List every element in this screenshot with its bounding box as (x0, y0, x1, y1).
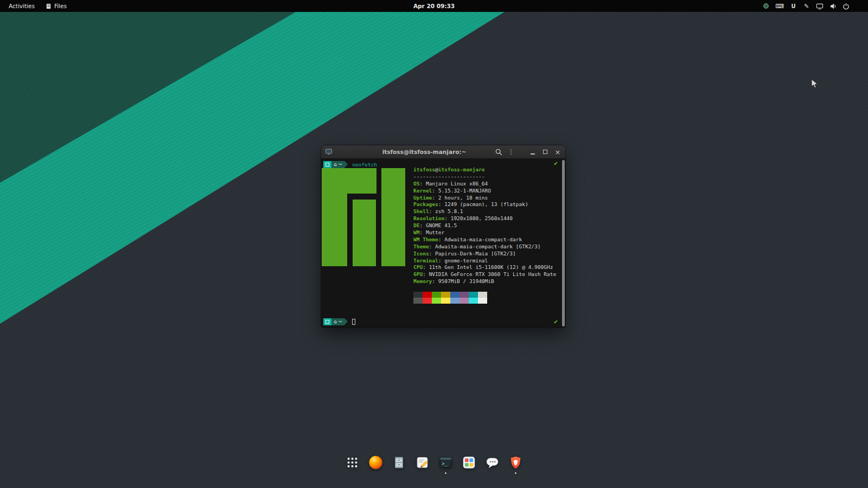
maximize-button[interactable] (541, 147, 549, 156)
input-pen-icon[interactable]: ✎ (803, 2, 810, 10)
terminal-window: itsfoss@itsfoss-manjaro:~ ⋮ × ⌂ ~ neofet… (321, 145, 565, 328)
manjaro-logo-top-bar (322, 168, 376, 194)
software-center-icon (462, 455, 477, 470)
palette-block (469, 298, 478, 304)
close-button[interactable]: × (554, 147, 561, 156)
neofetch-separator: ----------------------- (413, 174, 556, 181)
firefox-icon (368, 455, 384, 470)
app-grid-icon (346, 455, 360, 470)
command-text: neofetch (352, 162, 377, 168)
kebab-icon: ⋮ (508, 148, 514, 156)
palette-block (478, 292, 487, 298)
neofetch-field: Kernel: 5.15.32-1-MANJARO (413, 188, 556, 195)
dock: >_ (344, 454, 524, 471)
window-title: itsfoss@itsfoss-manjaro:~ (354, 149, 495, 155)
neofetch-field: Shell: zsh 5.8.1 (413, 208, 556, 215)
power-icon[interactable] (843, 2, 850, 10)
exit-status-check-icon: ✔ (554, 319, 558, 325)
terminal-titlebar[interactable]: itsfoss@itsfoss-manjaro:~ ⋮ × (321, 145, 565, 159)
manjaro-logo-middle-bar (353, 200, 376, 266)
palette-block (469, 292, 478, 298)
minimize-icon (531, 153, 535, 155)
palette-block (413, 298, 423, 304)
neofetch-field: Uptime: 2 hours, 18 mins (413, 195, 556, 202)
powerline-arrow-icon (344, 318, 348, 325)
neofetch-field: WM: Mutter (413, 229, 556, 236)
neofetch-field: Theme: Adwaita-maia-compact-dark [GTK2/3… (413, 243, 556, 251)
neofetch-field: Memory: 9507MiB / 31940MiB (413, 278, 556, 285)
top-bar: Activities Files Apr 20 09:33 ⌨ U ✎ (0, 0, 868, 12)
neofetch-field: Icons: Papirus-Dark-Maia [GTK2/3] (413, 251, 556, 258)
dock-item-software-center[interactable] (461, 454, 477, 471)
app-menu-label: Files (54, 3, 67, 9)
screen: Activities Files Apr 20 09:33 ⌨ U ✎ (0, 0, 868, 488)
activities-button[interactable]: Activities (4, 2, 39, 10)
minimize-button[interactable] (529, 147, 537, 156)
app-menu-button[interactable]: Files (41, 2, 71, 10)
files-app-icon (46, 3, 52, 9)
neofetch-palette (413, 292, 487, 304)
terminal-icon: >_ (438, 455, 454, 470)
palette-block (432, 292, 441, 298)
file-cabinet-icon (392, 455, 407, 470)
palette-block (450, 292, 459, 298)
close-icon: × (555, 148, 561, 156)
dock-item-terminal[interactable]: >_ (438, 454, 454, 471)
display-icon[interactable] (816, 2, 824, 10)
dock-item-show-applications[interactable] (344, 454, 361, 471)
neofetch-field: DE: GNOME 41.5 (413, 222, 556, 229)
dock-item-text-editor[interactable] (414, 454, 431, 471)
brave-icon (508, 455, 524, 470)
activities-label: Activities (9, 3, 35, 9)
prompt-line: ⌂ ~ neofetch (323, 160, 377, 168)
palette-block (459, 292, 469, 298)
palette-block (478, 298, 487, 304)
keyboard-icon[interactable]: ⌨ (775, 2, 784, 10)
neofetch-field: CPU: 11th Gen Intel i5-11600K (12) @ 4.9… (413, 264, 556, 271)
maximize-icon (543, 150, 547, 154)
palette-block (413, 292, 423, 298)
terminal-content[interactable]: ⌂ ~ neofetch ✔ itsfoss@itsfoss-manjaro -… (321, 159, 565, 328)
powerline-arrow-icon (344, 161, 348, 168)
dock-item-brave[interactable] (508, 454, 524, 471)
neofetch-userhost: itsfoss@itsfoss-manjaro (413, 166, 556, 174)
text-editor-icon (415, 455, 430, 470)
system-tray: ⌨ U ✎ (762, 2, 868, 10)
dock-item-chat[interactable] (484, 454, 501, 471)
search-button[interactable] (495, 147, 502, 156)
neofetch-field: GPU: NVIDIA GeForce RTX 3060 Ti Lite Has… (413, 271, 556, 278)
dock-item-firefox[interactable] (368, 454, 384, 471)
palette-block (423, 298, 432, 304)
palette-block (441, 292, 450, 298)
manjaro-logo (322, 168, 406, 266)
search-icon (495, 149, 502, 156)
terminal-app-icon (325, 148, 333, 156)
palette-block (423, 292, 432, 298)
clock[interactable]: Apr 20 09:33 (409, 2, 459, 10)
neofetch-info: itsfoss@itsfoss-manjaro ----------------… (413, 166, 556, 285)
svg-text:>_: >_ (442, 461, 448, 466)
neofetch-field: Terminal: gnome-terminal (413, 258, 556, 265)
scrollbar[interactable] (562, 160, 565, 326)
volume-icon[interactable] (829, 2, 837, 10)
chat-bubble-icon (485, 455, 500, 470)
palette-block (432, 298, 441, 304)
exit-status-check-icon: ✔ (554, 160, 558, 166)
prompt-path-segment: ⌂ ~ (331, 161, 344, 168)
manjaro-logo-right-bar (381, 168, 405, 266)
prompt-line: ⌂ ~ (323, 318, 355, 325)
dock-item-files[interactable] (391, 454, 407, 471)
neofetch-field: OS: Manjaro Linux x86_64 (413, 181, 556, 188)
prompt-path-segment: ⌂ ~ (331, 318, 344, 325)
terminal-cursor (352, 319, 355, 325)
prompt-os-icon (323, 318, 331, 325)
neofetch-field: WM Theme: Adwaita-maia-compact-dark (413, 236, 556, 243)
neofetch-field: Resolution: 1920x1080, 2560x1440 (413, 215, 556, 222)
prompt-os-icon (323, 161, 331, 168)
indicator-icon[interactable] (762, 2, 769, 10)
menu-button[interactable]: ⋮ (507, 147, 515, 156)
ulauncher-icon[interactable]: U (790, 2, 797, 10)
palette-block (450, 298, 459, 304)
scrollbar-thumb[interactable] (562, 160, 565, 326)
palette-block (441, 298, 450, 304)
